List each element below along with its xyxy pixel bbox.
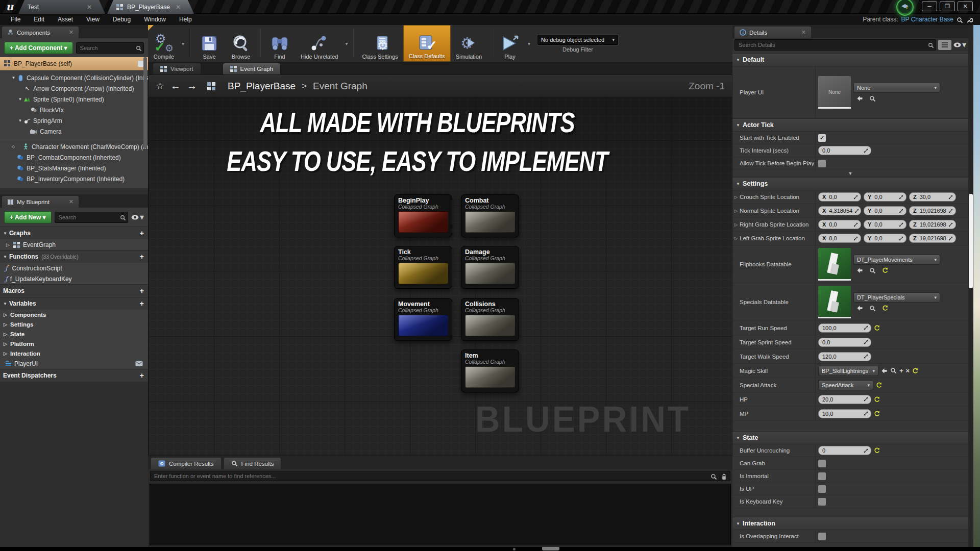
close-icon[interactable]: ✕	[69, 29, 74, 36]
tab-find-results[interactable]: Find Results	[224, 458, 281, 469]
expander-icon[interactable]: ▼	[17, 118, 23, 123]
menu-debug[interactable]: Debug	[106, 14, 137, 25]
visibility-filter-button[interactable]: ▾	[131, 212, 144, 222]
list-view-icon[interactable]	[938, 40, 951, 50]
reset-to-default-icon[interactable]	[874, 447, 880, 454]
add-icon[interactable]: +	[140, 287, 144, 294]
parent-class-link[interactable]: BP Character Base	[901, 16, 954, 23]
add-icon[interactable]: +	[140, 372, 144, 379]
expander-icon[interactable]: ▷	[5, 242, 11, 247]
details-search-input[interactable]	[734, 39, 936, 51]
variable-category-interaction[interactable]: ▷Interaction	[0, 348, 148, 358]
reset-to-default-icon[interactable]	[912, 368, 918, 374]
expander-icon[interactable]: ▷	[3, 322, 8, 327]
number-field[interactable]: 120,0	[818, 352, 871, 361]
chevron-down-icon[interactable]: ▾	[526, 41, 532, 46]
expander-icon[interactable]: ▷	[3, 341, 8, 346]
number-field[interactable]: 10,0	[818, 409, 871, 418]
clear-icon[interactable]: ×	[906, 367, 910, 374]
number-field[interactable]: Y0,0	[864, 234, 906, 243]
number-field[interactable]: Y0,0	[864, 206, 906, 215]
browse-to-asset-icon[interactable]	[856, 267, 863, 273]
close-icon[interactable]: ✕	[69, 198, 74, 205]
number-field[interactable]: 0,0	[818, 338, 871, 347]
toolbar-play-button[interactable]: Play	[494, 25, 526, 62]
dropdown[interactable]: DT_PlayerSpecials▾	[853, 292, 940, 303]
checkbox[interactable]	[818, 160, 826, 167]
reset-to-default-icon[interactable]	[874, 396, 880, 403]
reset-to-default-icon[interactable]	[874, 325, 880, 331]
dropdown[interactable]: SpeedAttack▾	[818, 380, 873, 390]
expander-icon[interactable]: ▷	[3, 312, 8, 317]
tab-viewport[interactable]: Viewport	[153, 63, 201, 74]
menu-file[interactable]: File	[4, 14, 27, 25]
number-field[interactable]: Z30,0	[909, 192, 956, 202]
browse-to-asset-icon[interactable]	[856, 305, 863, 311]
find-asset-icon[interactable]	[869, 267, 876, 274]
add-component-button[interactable]: + Add Component ▾	[4, 42, 73, 54]
number-field[interactable]: X0,0	[818, 220, 861, 229]
row-expander-icon[interactable]: ▷	[732, 195, 740, 199]
tab-my-blueprint[interactable]: My Blueprint ✕	[2, 196, 79, 208]
app-tab-bp-playerbase[interactable]: BP_PlayerBase✕	[107, 0, 194, 14]
row-expander-icon[interactable]: ▷	[732, 236, 740, 241]
checkbox[interactable]	[818, 460, 826, 467]
item-constructionscript[interactable]: ƒ↗ConstructionScript	[0, 263, 148, 273]
reset-to-default-icon[interactable]	[882, 305, 888, 311]
graph-node-item[interactable]: ItemCollapsed Graph	[461, 349, 519, 392]
tree-item-bp-inventorycomponent[interactable]: BP_InventoryComponent (Inherited)	[0, 173, 148, 184]
add-icon[interactable]: +	[140, 300, 144, 307]
expander-icon[interactable]: ▷	[3, 332, 8, 337]
number-field[interactable]: 0,0	[818, 146, 871, 155]
chevron-down-icon[interactable]: ▾	[180, 41, 186, 46]
tree-item-camera[interactable]: Camera	[0, 126, 148, 137]
graph-node-damage[interactable]: DamageCollapsed Graph	[461, 246, 519, 289]
tree-item-bp-combatcomponent[interactable]: BP_CombatComponent (Inherited)	[0, 152, 148, 163]
tree-item-character[interactable]: ◇Character Movement (CharMoveComp) (Inhe…	[0, 141, 148, 152]
find-asset-icon[interactable]	[869, 95, 876, 102]
wrench-icon[interactable]	[966, 16, 973, 23]
number-field[interactable]: 100,0	[818, 323, 871, 333]
number-field[interactable]: Z19,021698	[909, 234, 956, 243]
close-button[interactable]: ✕	[958, 2, 973, 11]
details-section-actor-tick[interactable]: ▼Actor Tick	[732, 118, 968, 132]
envelope-icon[interactable]	[135, 361, 143, 366]
results-area[interactable]	[150, 484, 731, 545]
section-expand-chevron-icon[interactable]: ▼	[732, 170, 968, 177]
tree-item-springarm[interactable]: ▼SpringArm	[0, 115, 148, 126]
menu-view[interactable]: View	[80, 14, 106, 25]
number-field[interactable]: X0,0	[818, 234, 861, 243]
back-arrow-icon[interactable]: ←	[170, 80, 181, 92]
breadcrumb-root[interactable]: BP_PlayerBase	[228, 81, 296, 92]
menu-edit[interactable]: Edit	[27, 14, 51, 25]
tab-event-graph[interactable]: Event Graph	[223, 63, 281, 74]
menu-asset[interactable]: Asset	[51, 14, 80, 25]
tree-item-sprite[interactable]: ▼Sprite (Sprite0) (Inherited)	[0, 94, 148, 105]
add-icon[interactable]: +	[140, 253, 144, 260]
graph-node-collisions[interactable]: CollisionsCollapsed Graph	[461, 298, 519, 341]
debug-object-dropdown[interactable]: No debug object selected▾	[537, 35, 618, 45]
menu-window[interactable]: Window	[137, 14, 173, 25]
number-field[interactable]: X4,318054	[818, 206, 861, 215]
close-icon[interactable]: ✕	[87, 4, 92, 11]
event-graph-editor[interactable]: ☆ ← → BP_PlayerBase > Event Graph Zoom -…	[148, 74, 732, 456]
find-asset-icon[interactable]	[890, 367, 897, 374]
add-new-button[interactable]: + Add New ▾	[4, 211, 52, 223]
section-functions[interactable]: ▼Functions(33 Overridable)+	[0, 250, 148, 263]
checkbox[interactable]	[818, 498, 826, 506]
item-eventgraph[interactable]: ▷EventGraph	[0, 239, 148, 250]
minimize-button[interactable]: ─	[922, 2, 937, 11]
close-icon[interactable]: ✕	[176, 4, 181, 11]
graph-node-movement[interactable]: MovementCollapsed Graph	[394, 298, 452, 341]
add-icon[interactable]: +	[899, 367, 903, 374]
variable-category-state[interactable]: ▷State	[0, 329, 148, 339]
toolbar-simulation-button[interactable]: ⚙Simulation	[451, 25, 487, 62]
browse-to-asset-icon[interactable]	[856, 95, 863, 102]
number-field[interactable]: Y0,0	[864, 192, 906, 202]
number-field[interactable]: 20,0	[818, 395, 871, 404]
number-field[interactable]: X0,0	[818, 192, 861, 202]
component-root-row[interactable]: BP_PlayerBase (self)	[0, 57, 148, 70]
number-field[interactable]: Z19,021698	[909, 220, 956, 229]
dropdown[interactable]: None▾	[853, 83, 940, 93]
checkbox[interactable]	[818, 533, 826, 540]
